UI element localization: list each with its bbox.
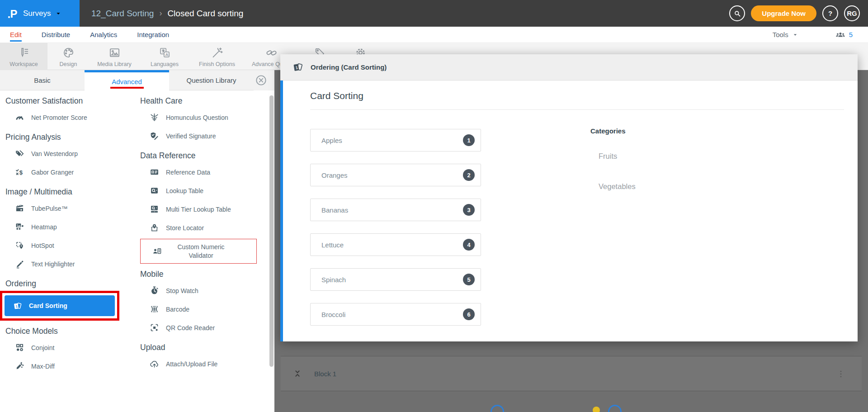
breadcrumb-separator-icon: ›: [159, 9, 162, 18]
section-title: Pricing Analysis: [5, 133, 131, 142]
panel-tab-question-library[interactable]: Question Library: [169, 70, 254, 90]
question-type-hotspot[interactable]: HotSpot: [5, 236, 131, 255]
help-button[interactable]: ?: [822, 5, 838, 21]
nav-tabs: EditDistributeAnalyticsIntegration: [0, 31, 169, 38]
search-button[interactable]: [729, 5, 745, 21]
question-type-label: Net Promoter Score: [31, 114, 87, 121]
avatar[interactable]: RG: [844, 5, 860, 21]
sort-card-oranges[interactable]: Oranges2: [310, 164, 481, 186]
upload-cloud-icon: [150, 359, 159, 369]
question-type-label: Max-Diff: [31, 363, 55, 370]
collaborators-count: 5: [849, 31, 853, 38]
toolbar-item-design[interactable]: Design: [47, 43, 89, 70]
modal-title: Ordering (Card Sorting): [311, 63, 387, 71]
tools-menu[interactable]: Tools: [773, 31, 798, 38]
toolbar-item-media-library[interactable]: Media Library: [89, 43, 140, 70]
question-type-multi-tier-lookup-table[interactable]: Multi Tier Lookup Table: [140, 200, 269, 218]
question-type-store-locator[interactable]: Store Locator: [140, 218, 269, 237]
divider: [310, 109, 844, 110]
question-type-text-highlighter[interactable]: Text Highlighter: [5, 255, 131, 273]
palette-icon: [62, 47, 75, 59]
question-type-label: QR Code Reader: [166, 324, 215, 331]
question-type-label: Custom Numeric Validator: [173, 243, 229, 260]
card-number-badge: 4: [463, 239, 475, 251]
highlighter-icon: [15, 259, 24, 269]
question-type-max-diff[interactable]: Max-Diff: [5, 357, 131, 375]
sort-card-lettuce[interactable]: Lettuce4: [310, 233, 481, 256]
toolbar-item-label: Languages: [151, 61, 179, 67]
sort-card-broccoli[interactable]: Broccoli6: [310, 303, 481, 326]
block-menu-kebab-icon[interactable]: [836, 368, 845, 380]
store-locator-icon: [150, 223, 159, 232]
search-icon: [733, 9, 741, 18]
section-ordering: Ordering1Card Sorting: [5, 279, 131, 321]
languages-icon: A: [159, 47, 171, 59]
question-type-attach-upload-file[interactable]: Attach/Upload File: [140, 355, 269, 373]
toolbar-item-finish-options[interactable]: Finish Options: [189, 43, 245, 70]
section-data-reference: Data ReferenceReference DataLookup Table…: [140, 151, 269, 264]
conjoint-icon: [15, 343, 24, 352]
hotspot-icon: [15, 241, 24, 250]
question-type-verified-signature[interactable]: Verified Signature: [140, 127, 269, 145]
block-bar[interactable]: Block 1: [281, 356, 862, 391]
breadcrumb-survey-name[interactable]: 12_Card Sorting: [91, 9, 154, 19]
section-title: Ordering: [5, 279, 131, 289]
add-question-icon[interactable]: [491, 405, 504, 412]
card-sorting-modal: 1 Ordering (Card Sorting) Card Sorting A…: [280, 54, 858, 341]
question-type-lookup-table[interactable]: Lookup Table: [140, 181, 269, 200]
toolbar-item-languages[interactable]: ALanguages: [140, 43, 189, 70]
close-panel-icon[interactable]: [255, 74, 267, 86]
question-title[interactable]: Card Sorting: [310, 90, 363, 101]
svg-text:P: P: [10, 8, 18, 19]
question-type-label: Card Sorting: [29, 302, 67, 309]
top-bar: P Surveys 12_Card Sorting › Closed Card …: [0, 0, 868, 27]
question-type-custom-numeric-validator[interactable]: Custom Numeric Validator: [140, 239, 257, 264]
card-number-badge: 1: [463, 134, 475, 146]
warning-dot-icon: [593, 407, 600, 412]
toolbar-item-workspace[interactable]: Workspace: [0, 43, 47, 70]
sort-card-apples[interactable]: Apples1: [310, 129, 481, 152]
question-type-conjoint[interactable]: Conjoint: [5, 338, 131, 357]
question-type-barcode[interactable]: Barcode: [140, 300, 269, 318]
question-type-heatmap[interactable]: Heatmap: [5, 218, 131, 236]
users-icon: [835, 30, 845, 40]
question-type-gabor-granger[interactable]: $Gabor Granger: [5, 163, 131, 181]
surveys-menu[interactable]: P Surveys: [0, 0, 80, 27]
section-title: Choice Models: [5, 327, 131, 336]
nav-tab-integration[interactable]: Integration: [137, 31, 169, 38]
sort-card-bananas[interactable]: Bananas3: [310, 199, 481, 221]
question-type-van-westendorp[interactable]: Van Westendorp: [5, 144, 131, 163]
question-type-net-promoter-score[interactable]: Net Promoter Score: [5, 108, 131, 127]
question-type-card-sorting[interactable]: 1Card Sorting: [5, 295, 115, 316]
category-vegetables[interactable]: Vegetables: [599, 182, 636, 191]
section-title: Customer Satisfaction: [5, 96, 131, 106]
question-type-qr-code-reader[interactable]: QR Code Reader: [140, 318, 269, 337]
sort-card-spinach[interactable]: Spinach5: [310, 268, 481, 291]
panel-tab-advanced[interactable]: Advanced: [85, 70, 169, 90]
sort-card-label: Lettuce: [321, 241, 463, 249]
toolbar-item-label: Design: [60, 61, 77, 67]
topbar-actions: Upgrade Now ? RG: [729, 0, 860, 27]
nav-tab-analytics[interactable]: Analytics: [90, 31, 117, 38]
question-type-reference-data[interactable]: Reference Data: [140, 163, 269, 181]
question-type-tubepulse[interactable]: TubePulse™: [5, 199, 131, 218]
collapse-block-icon[interactable]: [292, 369, 302, 379]
section-mobile: MobileStop WatchBarcodeQR Code Reader: [140, 270, 269, 337]
card-sorting-icon: 1: [292, 62, 303, 73]
section-title: Health Care: [140, 96, 269, 106]
nav-tab-edit[interactable]: Edit: [10, 31, 22, 38]
panel-tab-basic[interactable]: Basic: [0, 70, 85, 90]
chevron-down-icon: [792, 32, 798, 38]
upgrade-now-button[interactable]: Upgrade Now: [751, 5, 816, 21]
add-question-icon[interactable]: [608, 405, 622, 412]
nav-tab-distribute[interactable]: Distribute: [42, 31, 70, 38]
question-type-homunculus-question[interactable]: Homunculus Question: [140, 108, 269, 127]
card-number-badge: 5: [463, 274, 475, 285]
panel-scrollbar[interactable]: [269, 95, 274, 367]
annotation-red-box: 1Card Sorting: [0, 291, 119, 321]
selected-question-edge: [280, 81, 283, 341]
navbar-right: Tools 5: [773, 30, 853, 40]
category-fruits[interactable]: Fruits: [599, 152, 636, 161]
question-type-stop-watch[interactable]: Stop Watch: [140, 281, 269, 300]
collaborators-button[interactable]: 5: [835, 30, 853, 40]
